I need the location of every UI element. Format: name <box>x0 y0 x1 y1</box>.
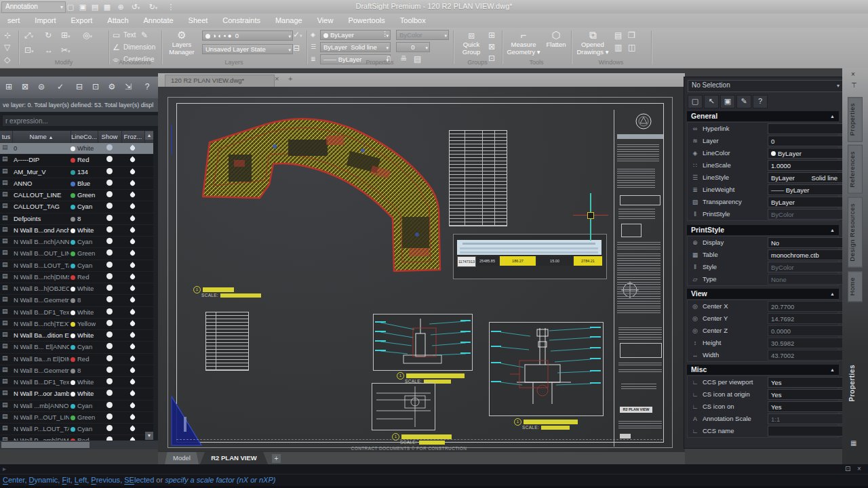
layer-row[interactable]: ▤ N Wall Ba...dition El White <box>0 330 153 342</box>
property-row-value[interactable]: No ▾ <box>768 237 848 248</box>
layer-color-cell[interactable]: White <box>71 225 98 236</box>
layer-color-cell[interactable]: 8 <box>71 365 98 376</box>
drawing-viewport[interactable]: 1 SCALE: 11747313 25485.85 186.27 15.00 <box>158 87 685 451</box>
layer-frozen-toggle[interactable] <box>121 237 144 247</box>
property-row-value[interactable]: ▾ <box>768 123 848 134</box>
ribbon-tab[interactable]: Manage <box>268 14 310 28</box>
properties-bottom-tab[interactable]: Properties <box>848 365 862 401</box>
property-row-value[interactable]: ByLayer Solid line ▾ <box>768 172 848 183</box>
polygon-icon[interactable]: ◇ <box>4 55 10 64</box>
layer-row[interactable]: ▤ N Wall B...ond Anch White <box>0 225 153 237</box>
layer-row[interactable]: ▤ N Wall B...nch|TEXT Yellow <box>0 319 153 330</box>
layer-color-cell[interactable]: White <box>71 377 98 388</box>
layer-frozen-toggle[interactable] <box>121 201 144 212</box>
layer-show-toggle[interactable] <box>98 272 121 283</box>
layer-row[interactable]: ▤ N Wall P...LOUT_TAG Cyan <box>0 424 153 435</box>
layer-preview-icon[interactable]: ⊟ <box>293 43 300 53</box>
linecolor-combo[interactable]: ByLayer <box>320 30 391 40</box>
property-row-value[interactable]: monochrome.ctb ▾ <box>768 249 848 260</box>
layer-frozen-toggle[interactable] <box>121 225 144 236</box>
layer-row[interactable]: ▤ N Wall P...OUT_LINE Green <box>0 412 153 424</box>
layer-frozen-toggle[interactable] <box>121 272 144 283</box>
layer-show-toggle[interactable] <box>98 225 121 236</box>
layer-row[interactable]: ▤ N Wall B...Geometry 8 <box>0 365 153 377</box>
offset-icon[interactable]: ◎▾ <box>83 30 92 41</box>
layer-frozen-toggle[interactable] <box>121 388 144 399</box>
layer-frozen-toggle[interactable] <box>121 424 144 434</box>
layer-filter-input[interactable] <box>2 115 159 127</box>
property-row-value[interactable]: —— ByLayer ▾ <box>768 184 848 195</box>
property-row-value[interactable]: Yes ▾ <box>768 377 848 388</box>
layer-show-toggle[interactable] <box>98 190 121 201</box>
layer-show-toggle[interactable] <box>98 342 121 352</box>
note-icon[interactable]: ✎ <box>141 30 148 40</box>
layer-show-toggle[interactable] <box>98 401 121 411</box>
column-linecolor[interactable]: LineCo... <box>71 131 98 143</box>
close-palette-icon[interactable]: × <box>851 70 855 78</box>
box-select-icon[interactable]: ▣ <box>720 95 735 108</box>
select-cursor-icon[interactable]: ↖ <box>704 95 719 108</box>
layers-horizontal-scrollbar[interactable] <box>0 441 158 449</box>
layer-frozen-toggle[interactable] <box>121 307 144 318</box>
layer-frozen-toggle[interactable] <box>121 143 144 154</box>
command-option[interactable]: Previous <box>91 476 120 484</box>
layer-color-cell[interactable]: Green <box>71 248 98 259</box>
text-button[interactable]: Text <box>123 30 136 40</box>
flatten-button[interactable]: ⬡ Flatten <box>542 30 570 48</box>
help-icon[interactable]: ? <box>753 95 768 108</box>
apply-check-icon[interactable]: ✓▾ <box>293 30 302 41</box>
section-view[interactable]: View <box>687 289 839 299</box>
quick-group-button[interactable]: ⧈ Quick Group <box>457 30 486 56</box>
layer-row[interactable]: ▤ N Wall ...mb|ANNO Cyan <box>0 401 153 412</box>
layer-show-toggle[interactable] <box>98 388 121 399</box>
dimension-button[interactable]: Dimension <box>123 43 155 52</box>
ungroup-icon[interactable]: ⊠ <box>488 42 495 52</box>
quick-select-icon[interactable]: ✎ <box>736 95 751 108</box>
property-row-value[interactable]: Yes ▾ <box>768 389 848 400</box>
command-option[interactable]: Fit <box>62 476 70 484</box>
layer-row[interactable]: ▤ ANNO Blue <box>0 178 153 190</box>
tab-model[interactable]: Model <box>165 452 199 464</box>
layer-frozen-toggle[interactable] <box>121 354 144 365</box>
property-row-value[interactable]: 30.5982 <box>768 338 848 348</box>
layer-row[interactable]: ▤ N Wall B...DF1_Text White <box>0 377 153 388</box>
scroll-down-icon[interactable]: ▼ <box>145 432 153 440</box>
layer-show-toggle[interactable] <box>98 155 121 165</box>
layer-color-cell[interactable]: White <box>71 143 98 154</box>
layer-color-cell[interactable]: White <box>71 330 98 341</box>
layer-row[interactable]: ▤ N Wall P...oor Jamb White <box>0 388 153 400</box>
opened-drawings-button[interactable]: ⧉ Opened Drawings ▾ <box>575 30 610 56</box>
layer-row[interactable]: ▤ N Wall B...LOUT_TAG Cyan <box>0 260 153 272</box>
command-option[interactable]: Center <box>3 476 24 484</box>
shape-icon[interactable]: ▽ <box>4 43 10 52</box>
document-tab[interactable]: 120 R2 PLAN VIEW.dwg* <box>165 75 275 88</box>
layer-show-toggle[interactable] <box>98 365 121 376</box>
ribbon-tab[interactable]: Toolbox <box>393 14 433 28</box>
rotate-icon[interactable]: ↻ <box>45 30 52 40</box>
section-general[interactable]: General <box>687 111 839 121</box>
layer-color-cell[interactable]: 134 <box>71 167 98 178</box>
layer-color-cell[interactable]: Cyan <box>71 201 98 212</box>
layer-color-cell[interactable]: Cyan <box>71 401 98 411</box>
layer-show-toggle[interactable] <box>98 237 121 247</box>
layers-manager-button[interactable]: ⚙ Layers Manager <box>165 30 198 56</box>
selection-filter-combo[interactable]: No Selection <box>688 80 843 92</box>
layer-frozen-toggle[interactable] <box>121 248 144 259</box>
property-row-value[interactable]: ByLayer ▾ <box>768 148 848 159</box>
ribbon-tab[interactable]: Constraints <box>215 14 268 28</box>
property-row-value[interactable]: ByColor ▾ <box>768 209 848 220</box>
layer-row[interactable]: ▤ A-----DIP Red <box>0 155 153 166</box>
layer-row[interactable]: ▤ N Wall B...nch|DIMS Red <box>0 272 153 283</box>
activate-layer-icon[interactable]: ✓ <box>54 81 66 93</box>
layer-color-cell[interactable]: Cyan <box>71 260 98 271</box>
scroll-up-icon[interactable]: ▲ <box>145 131 153 140</box>
ribbon-tab[interactable]: Export <box>64 14 100 28</box>
isolate-layer-icon[interactable]: ⊡ <box>90 81 102 93</box>
layer-color-cell[interactable]: 8 <box>71 214 98 224</box>
new-layer-icon[interactable]: ⊞ <box>3 81 15 93</box>
tile-horizontal-icon[interactable]: ▤ <box>614 30 622 40</box>
palette-tab[interactable]: Design Resources <box>848 197 863 268</box>
lineweight-value-field[interactable]: 0 <box>396 42 430 52</box>
property-row-value[interactable]: 1.0000 ▾ <box>768 160 848 171</box>
layer-status-combo[interactable]: ◑ ◐ ▪ ● 0 <box>202 30 293 41</box>
